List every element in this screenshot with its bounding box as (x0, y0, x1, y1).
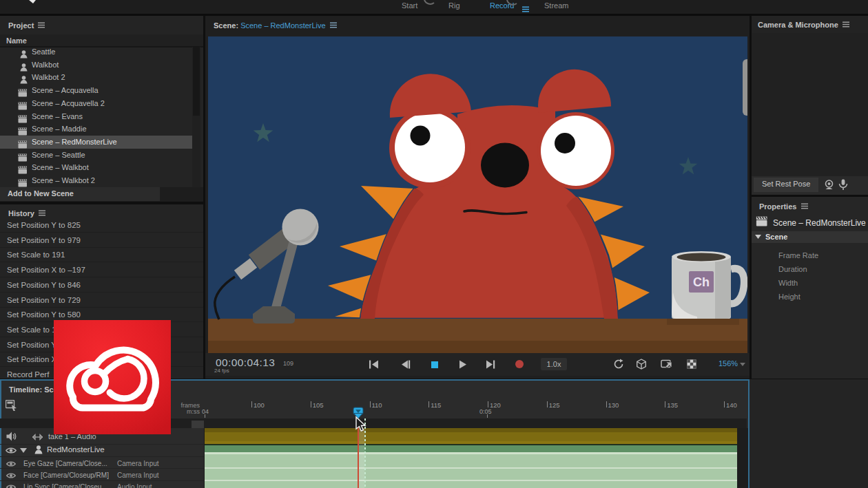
svg-text:Ch: Ch (693, 275, 710, 289)
